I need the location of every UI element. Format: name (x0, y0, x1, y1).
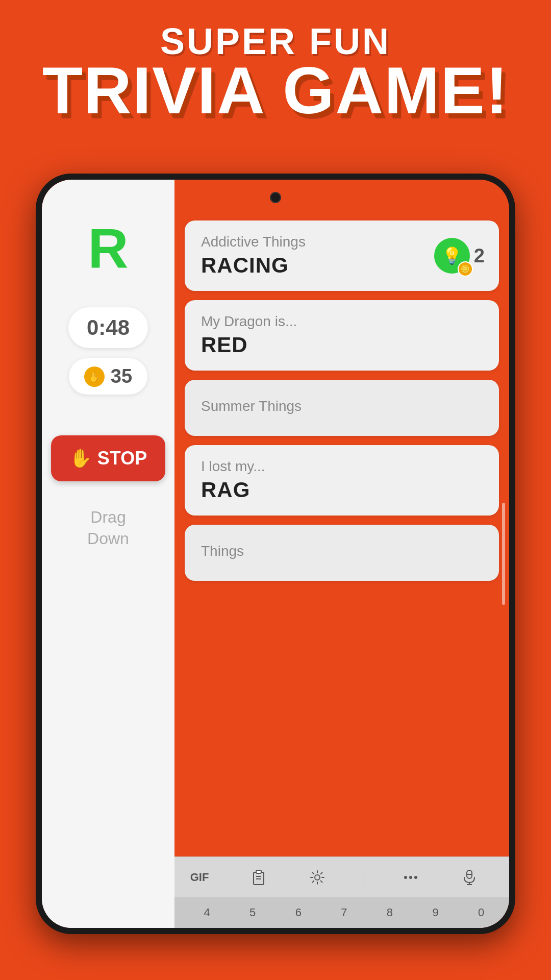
key-7[interactable]: 7 (321, 906, 367, 919)
card-4-answer: RAG (201, 478, 483, 502)
sidebar: R 0:48 ✋ 35 ✋ STOP DragDown (42, 180, 174, 928)
mic-icon[interactable] (457, 865, 482, 890)
key-0[interactable]: 0 (458, 906, 504, 919)
toolbar-divider (364, 867, 364, 888)
hint-count: 2 (474, 245, 485, 267)
card-2-category: My Dragon is... (201, 313, 483, 330)
trivia-game-text: TRIVIA GAME! (0, 57, 551, 124)
svg-point-10 (414, 876, 417, 879)
hint-circle: 💡 🪙 (434, 238, 470, 274)
hint-badge[interactable]: 💡 🪙 2 (434, 238, 485, 274)
card-addictive-things[interactable]: Addictive Things RACING 💡 🪙 2 (185, 220, 499, 291)
key-5[interactable]: 5 (230, 906, 276, 919)
key-8[interactable]: 8 (367, 906, 413, 919)
svg-rect-4 (256, 870, 261, 873)
stop-label: STOP (97, 448, 147, 469)
camera-dot (270, 192, 281, 203)
card-lost[interactable]: I lost my... RAG (185, 445, 499, 516)
key-4[interactable]: 4 (184, 906, 230, 919)
current-letter: R (88, 220, 128, 277)
card-5-category: Things (201, 543, 483, 559)
timer-badge: 0:48 (68, 307, 148, 348)
card-3-category: Summer Things (201, 398, 483, 414)
drag-down-text: DragDown (87, 507, 129, 549)
coins-value: 35 (111, 365, 132, 387)
svg-point-8 (404, 876, 407, 879)
header-section: SUPER FUN TRIVIA GAME! (0, 20, 551, 124)
svg-point-9 (409, 876, 412, 879)
more-icon[interactable] (398, 865, 423, 890)
svg-point-7 (315, 875, 320, 880)
phone-screen: R 0:48 ✋ 35 ✋ STOP DragDown Addictive Th… (42, 180, 509, 928)
hint-coin-icon: 🪙 (458, 261, 473, 277)
card-4-category: I lost my... (201, 458, 483, 475)
stop-button[interactable]: ✋ STOP (51, 435, 165, 481)
gif-icon[interactable]: GIF (187, 865, 212, 890)
scroll-indicator (502, 503, 505, 605)
stop-icon: ✋ (69, 448, 92, 469)
phone-frame: R 0:48 ✋ 35 ✋ STOP DragDown Addictive Th… (36, 174, 515, 934)
coins-badge: ✋ 35 (69, 358, 147, 395)
settings-icon[interactable] (305, 865, 330, 890)
card-things[interactable]: Things (185, 525, 499, 581)
card-dragon[interactable]: My Dragon is... RED (185, 300, 499, 371)
cards-list: Addictive Things RACING 💡 🪙 2 My Dragon … (174, 210, 509, 856)
coin-icon: ✋ (84, 366, 105, 387)
key-6[interactable]: 6 (276, 906, 321, 919)
card-summer-things[interactable]: Summer Things (185, 380, 499, 436)
card-2-answer: RED (201, 333, 483, 357)
key-9[interactable]: 9 (413, 906, 459, 919)
clipboard-icon[interactable] (246, 865, 271, 890)
